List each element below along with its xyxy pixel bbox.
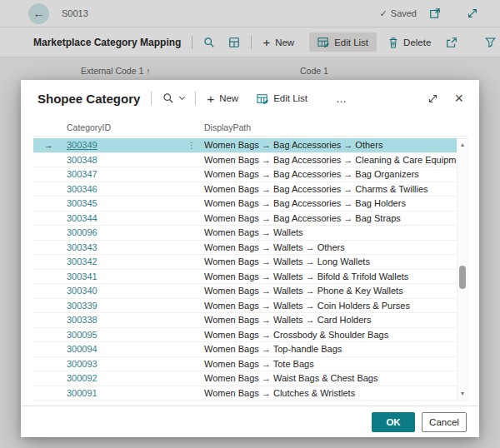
display-path-cell: Women Bags → Wallets → Long Wallets <box>204 256 457 266</box>
dialog-edit-list-button[interactable]: Edit List <box>257 93 308 104</box>
category-id-link[interactable]: 300342 <box>67 256 188 266</box>
display-path-cell: Women Bags → Wallets → Phone & Key Walle… <box>204 286 457 296</box>
close-icon[interactable]: × <box>454 91 463 106</box>
chevron-down-icon[interactable] <box>179 94 185 100</box>
table-row[interactable]: → 300349 ⋮ Women Bags → Bag Accessories … <box>33 138 457 153</box>
category-id-link[interactable]: 300093 <box>67 359 188 369</box>
row-selector-arrow: → <box>33 140 67 150</box>
category-id-link[interactable]: 300347 <box>67 169 188 179</box>
table-row[interactable]: 300095 Women Bags → Crossbody & Shoulder… <box>33 328 457 343</box>
edit-list-icon <box>257 93 268 104</box>
table-row[interactable]: 300094 Women Bags → Top-handle Bags <box>33 342 457 357</box>
scroll-down-icon[interactable]: ▼ <box>458 390 468 398</box>
shopee-category-dialog: Shopee Category + New Edit List … <box>21 80 479 437</box>
column-header-display-path[interactable]: DisplayPath <box>204 122 251 132</box>
table-row[interactable]: 300341 Women Bags → Wallets → Bifold & T… <box>33 270 457 285</box>
display-path-cell: Women Bags → Bag Accessories → Cleaning … <box>204 155 457 165</box>
display-path-cell: Women Bags → Bag Accessories → Bag Strap… <box>204 213 457 223</box>
category-id-link[interactable]: 300338 <box>67 315 188 325</box>
table-row[interactable]: 300345 Women Bags → Bag Accessories → Ba… <box>33 197 457 212</box>
category-id-link[interactable]: 300094 <box>67 344 188 354</box>
display-path-cell: Women Bags → Wallets <box>204 227 457 237</box>
category-id-link[interactable]: 300091 <box>67 388 188 398</box>
display-path-cell: Women Bags → Tote Bags <box>204 359 457 369</box>
table-row[interactable]: 300344 Women Bags → Bag Accessories → Ba… <box>33 212 457 226</box>
cancel-button[interactable]: Cancel <box>422 412 467 432</box>
table-row[interactable]: 300347 Women Bags → Bag Accessories → Ba… <box>33 167 457 182</box>
display-path-cell: Women Bags → Waist Bags & Chest Bags <box>204 373 457 383</box>
table-row[interactable]: 300348 Women Bags → Bag Accessories → Cl… <box>33 153 457 168</box>
dialog-header-right: × <box>428 91 463 106</box>
display-path-cell: Women Bags → Bag Accessories → Bag Holde… <box>204 198 457 208</box>
table-row[interactable]: 300343 Women Bags → Wallets → Others <box>33 241 457 256</box>
expand-dialog-icon[interactable] <box>428 93 438 104</box>
display-path-cell: Women Bags → Bag Accessories → Charms & … <box>204 184 457 194</box>
display-path-cell: Women Bags → Wallets → Card Holders <box>204 315 457 325</box>
scroll-up-icon[interactable]: ▲ <box>458 141 468 149</box>
search-icon[interactable] <box>162 92 174 104</box>
display-path-cell: Women Bags → Wallets → Bifold & Trifold … <box>204 271 457 281</box>
category-id-link[interactable]: 300343 <box>67 242 188 252</box>
scrollbar-thumb[interactable] <box>459 266 466 289</box>
dialog-grid-header: CategoryID DisplayPath <box>33 118 468 137</box>
dialog-header: Shopee Category + New Edit List … <box>21 80 479 117</box>
category-id-link[interactable]: 300344 <box>67 213 188 223</box>
category-id-link[interactable]: 300346 <box>67 184 188 194</box>
table-row[interactable]: 300092 Women Bags → Waist Bags & Chest B… <box>33 371 457 386</box>
category-id-link[interactable]: 300348 <box>67 155 188 165</box>
table-row[interactable]: 300091 Women Bags → Clutches & Wristlets <box>33 386 457 401</box>
display-path-cell: Women Bags → Top-handle Bags <box>204 344 457 354</box>
dialog-title: Shopee Category <box>38 92 140 106</box>
category-id-link[interactable]: 300340 <box>67 286 188 296</box>
display-path-cell: Women Bags → Clutches & Wristlets <box>204 388 457 398</box>
divider <box>195 92 196 105</box>
display-path-cell: Women Bags → Bag Accessories → Bag Organ… <box>204 169 457 179</box>
scrollbar[interactable]: ▲ ▼ <box>457 138 468 401</box>
category-id-link[interactable]: 300341 <box>67 271 188 281</box>
category-id-link[interactable]: 300096 <box>67 227 188 237</box>
divider <box>151 92 152 105</box>
category-id-link[interactable]: 300092 <box>67 373 188 383</box>
plus-icon: + <box>207 92 214 105</box>
table-row[interactable]: 300096 Women Bags → Wallets <box>33 226 457 241</box>
category-id-link[interactable]: 300095 <box>67 330 188 340</box>
display-path-cell: Women Bags → Bag Accessories → Others <box>204 140 457 150</box>
table-row[interactable]: 300093 Women Bags → Tote Bags <box>33 357 457 372</box>
dialog-new-label: New <box>219 93 238 103</box>
dialog-new-button[interactable]: + New <box>207 92 238 105</box>
table-row[interactable]: 300338 Women Bags → Wallets → Card Holde… <box>33 313 457 328</box>
category-id-link[interactable]: 300339 <box>67 301 188 311</box>
category-table-body: → 300349 ⋮ Women Bags → Bag Accessories … <box>33 138 457 401</box>
category-id-link[interactable]: 300345 <box>67 198 188 208</box>
category-id-link[interactable]: 300349 <box>67 140 188 150</box>
more-actions-icon[interactable]: … <box>336 92 348 105</box>
display-path-cell: Women Bags → Wallets → Others <box>204 242 457 252</box>
table-row[interactable]: 300339 Women Bags → Wallets → Coin Holde… <box>33 299 457 314</box>
display-path-cell: Women Bags → Wallets → Coin Holders & Pu… <box>204 301 457 311</box>
column-header-category-id[interactable]: CategoryID <box>67 122 111 132</box>
table-row[interactable]: 300346 Women Bags → Bag Accessories → Ch… <box>33 182 457 197</box>
dialog-edit-list-label: Edit List <box>273 93 308 103</box>
dialog-footer: OK Cancel <box>21 406 479 437</box>
row-options-icon[interactable]: ⋮ <box>188 141 204 150</box>
ok-button[interactable]: OK <box>372 412 415 432</box>
display-path-cell: Women Bags → Crossbody & Shoulder Bags <box>204 330 457 340</box>
table-row[interactable]: 300340 Women Bags → Wallets → Phone & Ke… <box>33 284 457 299</box>
table-row[interactable]: 300342 Women Bags → Wallets → Long Walle… <box>33 255 457 270</box>
